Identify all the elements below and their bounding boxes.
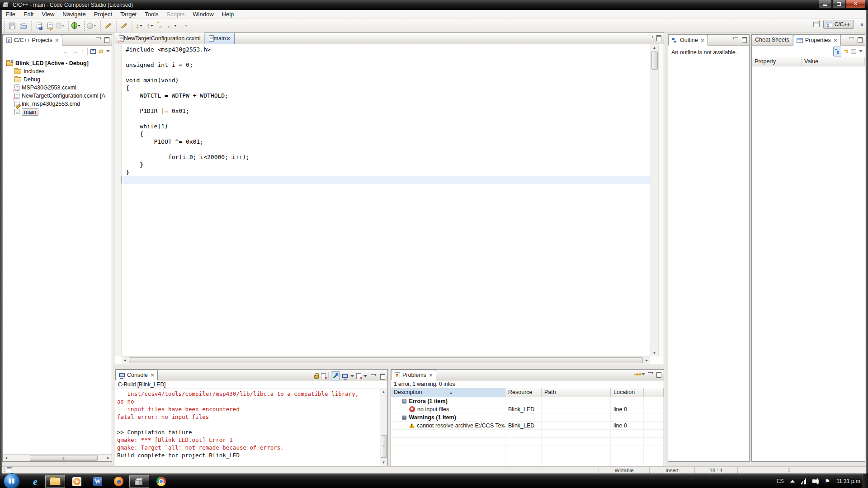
- maximize-panel-button[interactable]: [103, 36, 110, 42]
- close-tab-icon[interactable]: ✕: [151, 373, 154, 378]
- scroll-thumb[interactable]: [651, 52, 658, 70]
- taskbar-internet-explorer[interactable]: e: [25, 475, 45, 488]
- scroll-right-arrow[interactable]: ►: [105, 455, 112, 461]
- display-console-icon[interactable]: [342, 374, 348, 378]
- scroll-up-arrow[interactable]: ▲: [380, 389, 387, 395]
- scroll-thumb[interactable]: [129, 357, 643, 363]
- taskbar-firefox[interactable]: [108, 475, 128, 488]
- console-output[interactable]: Inst/ccsv4/tools/compiler/msp430/lib/lib…: [115, 389, 380, 466]
- scroll-left-arrow[interactable]: ◄: [3, 455, 9, 461]
- minimize-panel-button[interactable]: [732, 36, 739, 42]
- fast-view-handle[interactable]: [4, 468, 5, 473]
- editor-vertical-scrollbar[interactable]: ▲ ▼: [651, 44, 658, 357]
- close-tab-icon[interactable]: ✕: [226, 35, 231, 42]
- back-button[interactable]: ←: [167, 20, 178, 31]
- tab-console[interactable]: Console ✕: [115, 370, 158, 380]
- tree-item-msp430-ccxml[interactable]: MSP430G2553.ccxml: [3, 84, 112, 92]
- collapse-all-icon[interactable]: [90, 49, 96, 54]
- view-menu-caret[interactable]: [106, 50, 110, 52]
- open-console-icon[interactable]: [356, 373, 361, 379]
- view-menu-caret[interactable]: [859, 50, 863, 52]
- dropdown-caret[interactable]: [363, 375, 367, 377]
- dropdown-caret[interactable]: [350, 375, 354, 377]
- close-tab-icon[interactable]: ✕: [701, 38, 704, 43]
- dropdown-caret[interactable]: [62, 25, 65, 27]
- perspective-overflow-chevron[interactable]: »: [860, 21, 863, 28]
- menu-view[interactable]: View: [38, 10, 58, 19]
- tab-cheat-sheets[interactable]: Cheat Sheets: [752, 34, 793, 45]
- dropdown-caret[interactable]: [185, 25, 188, 27]
- projects-horizontal-scrollbar[interactable]: ◄ ► |||: [3, 454, 112, 461]
- restore-window-button[interactable]: [832, 0, 845, 9]
- open-perspective-icon[interactable]: [813, 22, 820, 27]
- dropdown-caret[interactable]: [174, 25, 177, 27]
- menu-window[interactable]: Window: [189, 10, 217, 19]
- search-button[interactable]: [103, 20, 113, 31]
- action-center-icon[interactable]: ⚑: [825, 478, 830, 485]
- menu-project[interactable]: Project: [90, 10, 116, 19]
- history-button[interactable]: [55, 20, 66, 31]
- close-window-button[interactable]: ✕: [846, 0, 865, 9]
- filter-icon[interactable]: ⇥⇥: [634, 371, 640, 377]
- scroll-lock-icon[interactable]: [314, 375, 319, 379]
- show-tree-button[interactable]: [833, 47, 841, 56]
- maximize-panel-button[interactable]: [655, 371, 662, 377]
- scroll-down-arrow[interactable]: ▼: [380, 459, 387, 466]
- column-resource[interactable]: Resource: [505, 388, 542, 397]
- scroll-right-arrow[interactable]: ►: [643, 357, 650, 364]
- menu-edit[interactable]: Edit: [19, 10, 38, 19]
- maximize-panel-button[interactable]: [741, 36, 748, 42]
- forward-arrow-icon[interactable]: →: [72, 48, 79, 55]
- taskbar-code-composer[interactable]: [129, 475, 149, 488]
- dropdown-caret[interactable]: [78, 25, 80, 27]
- menu-help[interactable]: Help: [218, 10, 238, 19]
- scroll-up-arrow[interactable]: ▲: [651, 44, 658, 51]
- taskbar-media-player[interactable]: [67, 475, 87, 488]
- maximize-editor-button[interactable]: [655, 34, 662, 41]
- dropdown-caret[interactable]: [140, 25, 142, 27]
- scroll-down-arrow[interactable]: ▼: [651, 350, 658, 357]
- build-button[interactable]: [44, 20, 55, 31]
- start-button[interactable]: [4, 473, 20, 488]
- problems-row-error[interactable]: ✕no input files Blink_LED line 0: [391, 405, 664, 413]
- tree-item-lnk-cmd[interactable]: lnk_msp430g2553.cmd: [3, 100, 112, 108]
- volume-icon[interactable]: [812, 479, 816, 483]
- tab-problems[interactable]: Problems ✕: [391, 370, 436, 380]
- forward-button[interactable]: →: [178, 20, 189, 31]
- view-menu-caret[interactable]: [642, 373, 645, 375]
- tree-item-newtargetconfiguration[interactable]: NewTargetConfiguration.ccxml [A: [3, 92, 112, 100]
- close-tab-icon[interactable]: ✕: [55, 38, 59, 43]
- previous-annotation-button[interactable]: ↑: [145, 20, 156, 31]
- close-tab-icon[interactable]: ✕: [429, 373, 433, 378]
- perspective-cpp-button[interactable]: C C/C++: [823, 20, 854, 29]
- tree-item-main[interactable]: main: [3, 108, 112, 116]
- code-area[interactable]: #include <msp430g2553.h> unsigned int i …: [122, 44, 650, 357]
- scroll-thumb[interactable]: ≡: [381, 435, 387, 458]
- minimize-panel-button[interactable]: [94, 36, 102, 42]
- maximize-panel-button[interactable]: [856, 36, 863, 42]
- console-vertical-scrollbar[interactable]: ▲ ▼ ≡: [380, 389, 387, 466]
- show-hidden-icons[interactable]: [790, 480, 795, 483]
- clear-console-icon[interactable]: [321, 373, 326, 379]
- tab-cpp-projects[interactable]: C C/C++ Projects ✕: [3, 35, 62, 46]
- tree-item-debug[interactable]: Debug: [3, 75, 112, 84]
- link-editor-icon[interactable]: ⇄: [99, 48, 104, 55]
- up-arrow-icon[interactable]: ↑: [81, 48, 85, 55]
- minimize-panel-button[interactable]: [848, 36, 855, 42]
- debug-button[interactable]: [71, 20, 82, 31]
- network-icon[interactable]: [801, 479, 806, 484]
- column-property[interactable]: Property: [752, 57, 802, 66]
- editor-body[interactable]: #include <msp430g2553.h> unsigned int i …: [115, 44, 664, 364]
- minimize-panel-button[interactable]: [369, 373, 377, 379]
- problems-group-errors[interactable]: ▤Errors (1 item): [391, 397, 664, 405]
- tab-outline[interactable]: Outline ✕: [668, 35, 708, 46]
- close-tab-icon[interactable]: ✕: [834, 38, 837, 43]
- minimize-editor-button[interactable]: [646, 34, 654, 41]
- next-annotation-button[interactable]: ↓: [134, 20, 145, 31]
- taskbar-windows-explorer[interactable]: [45, 475, 65, 488]
- minimize-panel-button[interactable]: [646, 371, 654, 377]
- new-file-button[interactable]: [33, 20, 44, 31]
- mark-occurrences-button[interactable]: [118, 20, 129, 31]
- editor-horizontal-scrollbar[interactable]: ◄ ►: [122, 357, 650, 364]
- scroll-thumb[interactable]: |||: [30, 455, 98, 461]
